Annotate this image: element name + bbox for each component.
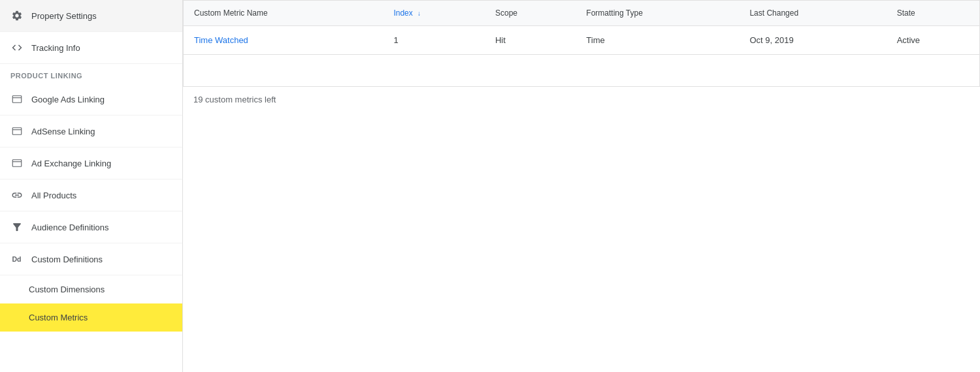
link-icon [10, 189, 24, 202]
svg-text:Dd: Dd [12, 255, 22, 263]
filter-icon [10, 221, 24, 234]
sort-arrow-icon: ↓ [417, 10, 421, 17]
sidebar-item-custom-dimensions[interactable]: Custom Dimensions [0, 275, 182, 303]
sidebar-item-audience-definitions[interactable]: Audience Definitions [0, 211, 182, 243]
sidebar-item-adsense-linking[interactable]: AdSense Linking [0, 116, 182, 147]
col-header-scope[interactable]: Scope [485, 1, 576, 26]
cell-index: 1 [383, 26, 485, 55]
svg-rect-2 [12, 128, 22, 135]
custom-metrics-table-container: Custom Metric Name Index ↓ Scope Formatt… [183, 0, 980, 87]
sidebar-item-google-ads-label: Google Ads Linking [31, 95, 105, 104]
sidebar-item-tracking-info[interactable]: Tracking Info [0, 32, 182, 64]
table-row: Time Watched 1 Hit Time Oct 9, 2019 Acti… [184, 26, 979, 55]
dd-icon: Dd [10, 253, 24, 266]
cell-formatting-type: Time [576, 26, 739, 55]
sidebar: Property Settings Tracking Info PRODUCT … [0, 0, 183, 372]
sidebar-item-google-ads-linking[interactable]: Google Ads Linking [0, 84, 182, 116]
col-header-state[interactable]: State [887, 1, 979, 26]
ad-exchange-icon [10, 157, 24, 170]
code-icon [10, 41, 24, 54]
footer-text: 19 custom metrics left [193, 95, 276, 104]
sidebar-item-tracking-info-label: Tracking Info [31, 43, 80, 53]
sidebar-item-custom-definitions[interactable]: Dd Custom Definitions [0, 243, 182, 275]
custom-metrics-footer: 19 custom metrics left [183, 87, 980, 112]
col-header-formatting-type[interactable]: Formatting Type [576, 1, 739, 26]
cell-name: Time Watched [184, 26, 383, 55]
sidebar-item-custom-dimensions-label: Custom Dimensions [29, 285, 105, 294]
cell-state: Active [887, 26, 979, 55]
sidebar-item-custom-metrics[interactable]: Custom Metrics [0, 303, 182, 332]
sidebar-item-custom-definitions-label: Custom Definitions [31, 255, 103, 264]
svg-rect-0 [12, 96, 22, 103]
metric-name-link[interactable]: Time Watched [194, 35, 248, 45]
sidebar-item-all-products-label: All Products [31, 191, 76, 200]
sidebar-item-ad-exchange-label: Ad Exchange Linking [31, 159, 111, 168]
sidebar-item-ad-exchange-linking[interactable]: Ad Exchange Linking [0, 147, 182, 179]
settings-icon [10, 9, 24, 22]
sidebar-item-adsense-label: AdSense Linking [31, 127, 95, 136]
sidebar-item-property-settings[interactable]: Property Settings [0, 0, 182, 32]
google-ads-icon [10, 93, 24, 106]
main-content: Custom Metric Name Index ↓ Scope Formatt… [183, 0, 980, 372]
cell-last-changed: Oct 9, 2019 [739, 26, 886, 55]
col-header-name[interactable]: Custom Metric Name [184, 1, 383, 26]
adsense-icon [10, 125, 24, 138]
col-header-index[interactable]: Index ↓ [383, 1, 485, 26]
cell-scope: Hit [485, 26, 576, 55]
table-header-row: Custom Metric Name Index ↓ Scope Formatt… [184, 1, 979, 26]
svg-rect-4 [12, 160, 22, 167]
sidebar-item-all-products[interactable]: All Products [0, 179, 182, 211]
sidebar-item-custom-metrics-label: Custom Metrics [29, 313, 88, 322]
col-header-last-changed[interactable]: Last Changed [739, 1, 886, 26]
empty-table-row [184, 55, 979, 86]
product-linking-section-label: PRODUCT LINKING [0, 64, 182, 84]
sidebar-item-audience-definitions-label: Audience Definitions [31, 223, 109, 232]
sidebar-item-property-settings-label: Property Settings [31, 11, 97, 21]
custom-metrics-table: Custom Metric Name Index ↓ Scope Formatt… [184, 1, 979, 86]
